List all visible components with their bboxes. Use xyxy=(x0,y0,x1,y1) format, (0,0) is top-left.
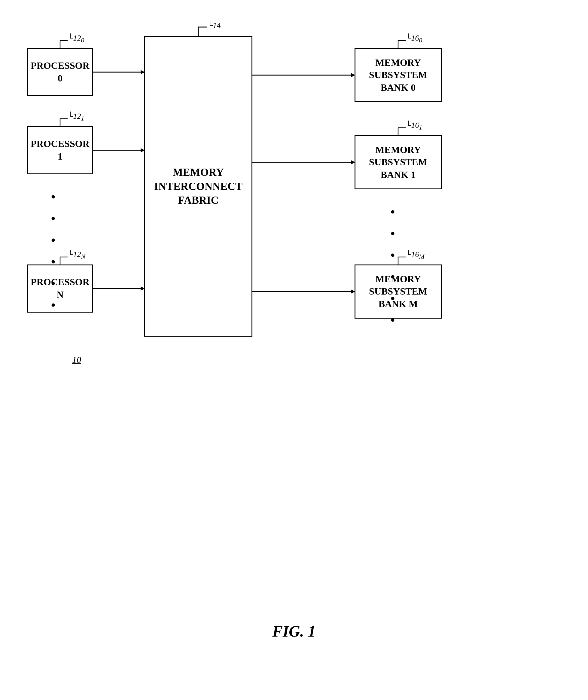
memory-bank-m-box: MEMORYSUBSYSTEMBANK M xyxy=(355,264,442,318)
processor-1-box: PROCESSOR1 xyxy=(27,126,93,174)
ref-fabric: └14 xyxy=(207,21,221,30)
mem-dots: • • • • • • xyxy=(391,201,395,331)
processor-0-label: PROCESSOR 0 xyxy=(28,59,92,84)
memory-bank-m-label: MEMORYSUBSYSTEMBANK M xyxy=(369,273,427,310)
proc-dots: • • • • • • xyxy=(51,186,55,316)
ref-proc-0: └120 xyxy=(68,34,84,44)
figure-label: FIG. 1 xyxy=(272,622,315,640)
memory-bank-0-label: MEMORYSUBSYSTEMBANK 0 xyxy=(369,56,427,94)
diagram-number: 10 xyxy=(72,355,81,365)
processor-n-box: PROCESSORN xyxy=(27,264,93,312)
ref-proc-1: └121 xyxy=(68,112,84,122)
memory-bank-1-box: MEMORYSUBSYSTEMBANK 1 xyxy=(355,135,442,189)
ref-mem-1: └161 xyxy=(406,121,422,131)
memory-bank-0-box: MEMORYSUBSYSTEMBANK 0 xyxy=(355,48,442,102)
fabric-label: MEMORYINTERCONNECTFABRIC xyxy=(154,165,242,207)
memory-bank-1-label: MEMORYSUBSYSTEMBANK 1 xyxy=(369,144,427,181)
fabric-box: MEMORYINTERCONNECTFABRIC xyxy=(144,36,252,336)
ref-proc-n: └12N xyxy=(68,250,85,260)
ref-mem-m: └16M xyxy=(406,250,424,260)
ref-mem-0: └160 xyxy=(406,34,422,44)
diagram-container: PROCESSOR 0 └120 PROCESSOR1 └121 PROCESS… xyxy=(18,18,570,649)
processor-1-label: PROCESSOR1 xyxy=(31,138,90,163)
processor-0-box: PROCESSOR 0 xyxy=(27,48,93,96)
processor-n-label: PROCESSORN xyxy=(31,276,90,301)
connectors-svg xyxy=(18,18,570,649)
